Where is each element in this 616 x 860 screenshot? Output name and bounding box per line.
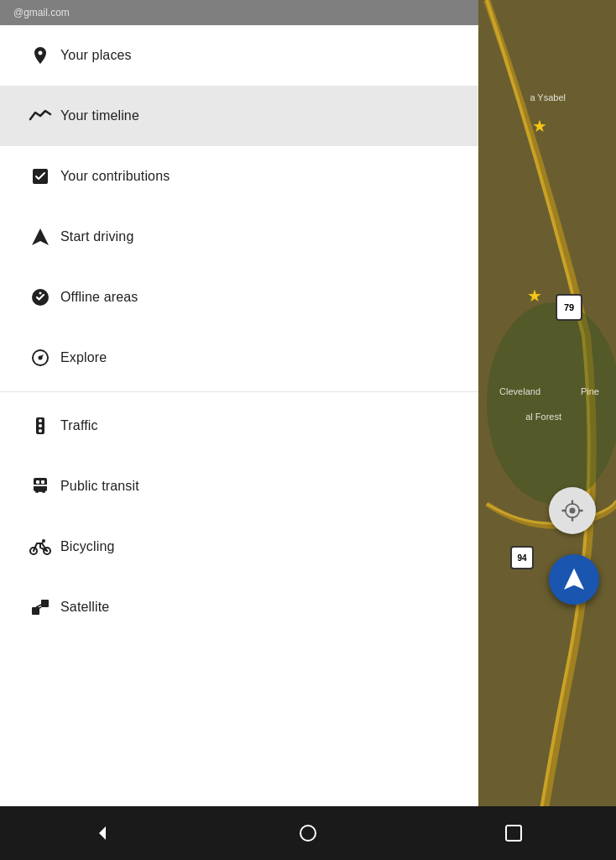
bicycle-icon [20,537,60,557]
map-label-pine: Pine [581,386,599,396]
svg-point-3 [570,508,576,514]
location-pin-icon [20,45,60,66]
menu-item-bicycling[interactable]: Bicycling [0,517,478,577]
svg-point-11 [39,419,42,422]
menu-label-offline-areas: Offline areas [60,290,138,305]
svg-point-27 [300,826,316,841]
menu-label-satellite: Satellite [60,600,109,615]
traffic-icon [20,416,60,436]
menu-item-start-driving[interactable]: Start driving [0,207,478,267]
contributions-icon [20,166,60,186]
svg-rect-15 [34,485,47,486]
svg-rect-19 [36,480,39,484]
home-button[interactable] [283,808,333,858]
svg-rect-20 [41,480,44,484]
menu-label-explore: Explore [60,350,107,365]
explore-icon [20,348,60,368]
menu-list: Your places Your timeline Your contribut… [0,25,478,806]
svg-point-2 [487,302,616,504]
map-label-forest: al Forest [525,412,561,422]
navigation-icon [20,227,60,247]
map-label-cleveland: Cleveland [499,386,540,396]
map-star-1: ★ [532,116,547,136]
map-star-2: ★ [527,286,542,306]
recents-button[interactable] [488,808,539,858]
menu-label-your-places: Your places [60,48,132,63]
side-drawer: @gmail.com Your places Your timeline [0,0,478,806]
menu-item-your-contributions[interactable]: Your contributions [0,146,478,207]
menu-label-bicycling: Bicycling [60,539,115,554]
svg-marker-6 [32,228,49,245]
menu-item-traffic[interactable]: Traffic [0,396,478,456]
user-email: @gmail.com [13,7,70,18]
navigation-fab[interactable] [549,554,599,605]
menu-item-your-places[interactable]: Your places [0,25,478,86]
menu-item-explore[interactable]: Explore [0,328,478,388]
menu-item-your-timeline[interactable]: Your timeline [0,86,478,146]
menu-label-your-timeline: Your timeline [60,108,139,123]
svg-point-8 [39,292,42,295]
offline-icon [20,287,60,307]
back-button[interactable] [77,808,128,858]
svg-rect-28 [506,826,521,841]
road-badge-94: 94 [510,546,534,569]
navigation-bar [0,806,616,860]
menu-label-traffic: Traffic [60,418,98,433]
menu-item-public-transit[interactable]: Public transit [0,456,478,517]
menu-divider [0,391,478,392]
svg-point-13 [39,429,42,433]
menu-label-your-contributions: Your contributions [60,169,170,184]
transit-icon [20,476,60,496]
svg-marker-26 [99,826,106,840]
drawer-header: @gmail.com [0,0,478,25]
location-button[interactable] [549,487,596,534]
road-badge-79: 79 [556,294,582,321]
menu-label-public-transit: Public transit [60,479,139,494]
menu-item-offline-areas[interactable]: Offline areas [0,267,478,328]
timeline-icon [20,106,60,126]
svg-point-12 [39,424,42,427]
menu-label-start-driving: Start driving [60,229,133,244]
map-label-ysabel: a Ysabel [530,92,566,102]
satellite-icon [20,597,60,617]
menu-item-satellite[interactable]: Satellite [0,577,478,637]
